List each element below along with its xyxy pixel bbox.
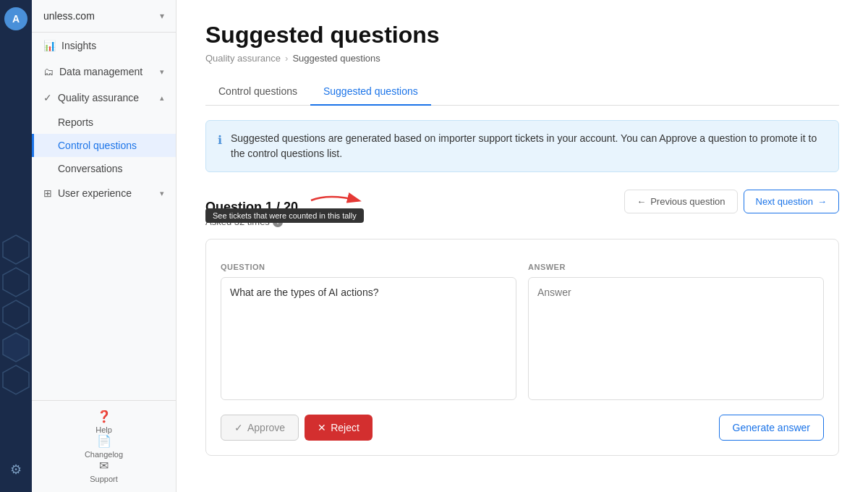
qa-container: QUESTION ANSWER ✓ Approve ✕ Reject <box>205 239 839 456</box>
question-nav-buttons: ← Previous question Next question → <box>624 190 839 213</box>
page-title: Suggested questions <box>205 22 839 48</box>
icon-sidebar: A ⚙ <box>0 0 32 492</box>
help-icon: ❓ <box>97 410 111 423</box>
support-label: Support <box>90 475 118 483</box>
right-arrow-icon: → <box>817 196 827 207</box>
question-meta: Question 1 / 20 Asked 32 times i <box>205 190 365 227</box>
sidebar-item-label: User experience <box>58 187 132 199</box>
question-textarea[interactable] <box>221 277 516 400</box>
user-experience-icon: ⊞ <box>43 187 52 199</box>
reject-button[interactable]: ✕ Reject <box>305 415 373 441</box>
question-column-header: QUESTION <box>221 263 516 271</box>
sidebar-item-insights[interactable]: 📊 Insights <box>32 33 176 59</box>
sidebar-sub-item-reports[interactable]: Reports <box>32 111 176 134</box>
svg-marker-0 <box>3 235 29 264</box>
answer-textarea[interactable] <box>528 277 824 400</box>
qa-columns: QUESTION ANSWER <box>221 263 824 403</box>
action-row: ✓ Approve ✕ Reject Generate answer <box>221 415 824 441</box>
breadcrumb: Quality assurance › Suggested questions <box>205 53 839 64</box>
next-button-label: Next question <box>756 196 814 207</box>
sidebar-sub-item-control-questions[interactable]: Control questions <box>32 134 176 157</box>
sidebar-item-label: Insights <box>61 40 96 51</box>
quality-assurance-icon: ✓ <box>43 92 52 103</box>
answer-column-header: ANSWER <box>528 263 824 271</box>
insights-icon: 📊 <box>43 40 56 51</box>
tooltip-bubble: See tickets that were counted in this ta… <box>205 208 364 223</box>
bottom-nav-help[interactable]: ❓ Help <box>32 410 176 434</box>
breadcrumb-current: Suggested questions <box>292 53 380 64</box>
answer-column: ANSWER <box>528 263 824 403</box>
info-box: ℹ Suggested questions are generated base… <box>205 120 839 172</box>
sidebar-item-quality-assurance[interactable]: ✓ Quality assurance ▴ <box>32 85 176 111</box>
svg-marker-3 <box>3 333 29 362</box>
reject-label: Reject <box>331 422 359 433</box>
breadcrumb-separator: › <box>285 53 288 64</box>
left-arrow-icon: ← <box>637 196 646 207</box>
reports-label: Reports <box>58 116 93 128</box>
x-icon: ✕ <box>318 422 326 433</box>
generate-label: Generate answer <box>733 422 810 433</box>
nav-sidebar: unless.com ▾ 📊 Insights 🗂 Data managemen… <box>32 0 176 492</box>
svg-marker-4 <box>3 365 29 394</box>
approve-label: Approve <box>247 422 285 433</box>
generate-answer-button[interactable]: Generate answer <box>719 415 824 441</box>
sidebar-item-data-management[interactable]: 🗂 Data management ▾ <box>32 59 176 85</box>
settings-icon[interactable]: ⚙ <box>10 462 22 478</box>
info-text: Suggested questions are generated based … <box>231 131 827 161</box>
bottom-nav: ❓ Help 📄 Changelog ✉ Support <box>32 400 176 492</box>
sidebar-sub-item-conversations[interactable]: Conversations <box>32 157 176 180</box>
bottom-nav-changelog[interactable]: 📄 Changelog <box>32 434 176 459</box>
workspace-chevron: ▾ <box>160 11 164 21</box>
info-icon: ℹ <box>218 132 222 149</box>
main-content: Suggested questions Quality assurance › … <box>176 0 868 492</box>
bottom-nav-support[interactable]: ✉ Support <box>32 459 176 483</box>
question-header: Question 1 / 20 Asked 32 times i <box>205 190 839 227</box>
sidebar-item-label: Quality assurance <box>58 92 139 103</box>
conversations-label: Conversations <box>58 163 123 174</box>
control-questions-label: Control questions <box>58 140 137 151</box>
sidebar-item-user-experience[interactable]: ⊞ User experience ▾ <box>32 180 176 206</box>
question-column: QUESTION <box>221 263 516 403</box>
prev-question-button[interactable]: ← Previous question <box>624 190 737 213</box>
sidebar-item-label: Data management <box>59 66 142 77</box>
svg-marker-1 <box>3 268 29 297</box>
qa-chevron: ▴ <box>160 93 164 103</box>
next-question-button[interactable]: Next question → <box>744 190 840 213</box>
data-management-icon: 🗂 <box>43 66 54 77</box>
help-label: Help <box>95 425 112 434</box>
support-icon: ✉ <box>99 459 109 472</box>
app-logo[interactable]: A <box>4 7 27 30</box>
breadcrumb-parent[interactable]: Quality assurance <box>205 53 281 64</box>
svg-marker-2 <box>3 300 29 329</box>
ux-chevron: ▾ <box>160 189 164 198</box>
workspace-selector[interactable]: unless.com ▾ <box>32 0 176 33</box>
data-management-chevron: ▾ <box>160 67 164 77</box>
checkmark-icon: ✓ <box>234 422 243 433</box>
action-left-buttons: ✓ Approve ✕ Reject <box>221 415 373 441</box>
tabs-container: Control questions Suggested questions <box>205 78 839 106</box>
changelog-label: Changelog <box>85 450 123 459</box>
changelog-icon: 📄 <box>97 434 111 448</box>
tab-suggested-questions[interactable]: Suggested questions <box>310 78 431 106</box>
tab-control-questions[interactable]: Control questions <box>205 78 310 106</box>
hex-decoration <box>0 232 32 449</box>
approve-button[interactable]: ✓ Approve <box>221 415 299 441</box>
prev-button-label: Previous question <box>650 196 725 207</box>
